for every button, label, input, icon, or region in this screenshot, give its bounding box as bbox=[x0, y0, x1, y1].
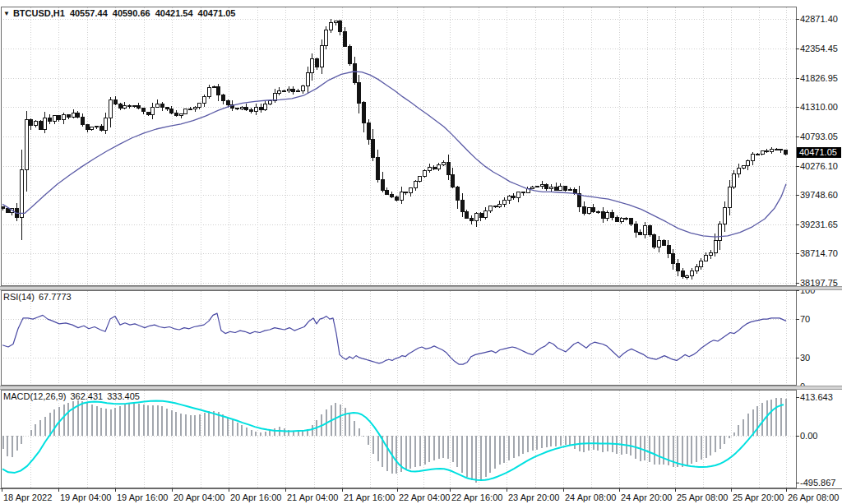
candle-bear bbox=[405, 192, 408, 192]
candle-bear bbox=[58, 116, 61, 120]
candle-bull bbox=[53, 116, 56, 122]
time-tick-label: 21 Apr 16:00 bbox=[344, 492, 395, 502]
candle-bear bbox=[601, 212, 604, 219]
candle-bull bbox=[25, 119, 28, 169]
time-tick-label: 26 Apr 08:00 bbox=[788, 492, 839, 502]
candle-bull bbox=[273, 94, 276, 100]
candle-bear bbox=[766, 150, 769, 151]
candle-bull bbox=[268, 100, 271, 104]
rsi-value: 67.7773 bbox=[39, 292, 72, 302]
candle-bear bbox=[250, 110, 253, 111]
candle-bear bbox=[611, 213, 614, 218]
candle-bear bbox=[259, 107, 262, 109]
candle-bear bbox=[634, 224, 637, 232]
candle-bear bbox=[662, 240, 665, 245]
time-axis[interactable]: 18 Apr 202219 Apr 04:0019 Apr 16:0020 Ap… bbox=[2, 488, 840, 502]
candle-bear bbox=[578, 194, 581, 207]
candle-bear bbox=[648, 225, 651, 234]
macd-tick-label: -495.867 bbox=[800, 478, 835, 488]
candle-bear bbox=[358, 83, 361, 104]
candle-bull bbox=[658, 240, 661, 247]
pane-splitter-rsi[interactable] bbox=[0, 286, 842, 290]
candle-bear bbox=[512, 197, 516, 198]
candle-bull bbox=[700, 261, 703, 267]
candle-bull bbox=[400, 192, 403, 200]
candle-bull bbox=[770, 150, 773, 152]
rsi-indicator-label: RSI(14)67.7773 bbox=[3, 292, 72, 302]
candle-bull bbox=[437, 164, 441, 169]
pane-splitter-macd[interactable] bbox=[0, 386, 842, 390]
price-tick-label: 38714.70 bbox=[800, 248, 838, 258]
candle-bear bbox=[667, 245, 670, 254]
candle-bear bbox=[127, 105, 131, 107]
candle-bear bbox=[372, 139, 375, 157]
candle-bear bbox=[137, 105, 141, 108]
price-tick-label: 42871.40 bbox=[800, 14, 838, 24]
candle-bear bbox=[367, 123, 370, 139]
candle-bull bbox=[306, 72, 309, 86]
candle-bear bbox=[49, 118, 52, 121]
candle-bear bbox=[672, 254, 675, 264]
candle-bull bbox=[503, 201, 507, 205]
candle-bull bbox=[325, 30, 328, 45]
candle-bear bbox=[615, 218, 618, 222]
candle-bull bbox=[419, 177, 422, 182]
candle-bull bbox=[625, 218, 628, 219]
rsi-name: RSI(14) bbox=[3, 292, 35, 302]
price-tick-label: 40793.05 bbox=[800, 132, 838, 141]
candle-bull bbox=[320, 45, 323, 67]
chart-canvas[interactable]: 42871.4042354.4541826.9541310.0040793.05… bbox=[0, 0, 842, 504]
price-axis[interactable]: 42871.4042354.4541826.9541310.0040793.05… bbox=[796, 14, 838, 488]
time-tick-label: 25 Apr 20:00 bbox=[733, 492, 784, 502]
candle-bull bbox=[738, 168, 741, 173]
rsi-line bbox=[2, 313, 786, 364]
candle-bear bbox=[245, 107, 248, 110]
candle-bear bbox=[465, 212, 469, 219]
time-tick-label: 23 Apr 20:00 bbox=[508, 492, 559, 502]
candle-bull bbox=[747, 160, 750, 166]
time-tick-label: 22 Apr 16:00 bbox=[451, 492, 502, 502]
current-price-tag: 40471.05 bbox=[797, 147, 841, 158]
time-tick-label: 22 Apr 04:00 bbox=[399, 492, 450, 502]
time-tick-label: 18 Apr 2022 bbox=[3, 492, 52, 502]
candle-bull bbox=[198, 103, 201, 107]
candle-bull bbox=[132, 105, 136, 106]
candle-bull bbox=[90, 127, 94, 130]
ohlc-close: 40471.05 bbox=[198, 8, 236, 18]
time-tick-label: 20 Apr 04:00 bbox=[173, 492, 224, 502]
time-tick-label: 21 Apr 04:00 bbox=[287, 492, 338, 502]
candle-bull bbox=[62, 115, 66, 120]
ohlc-low: 40421.54 bbox=[155, 8, 193, 18]
candle-bull bbox=[184, 109, 187, 113]
candle-bear bbox=[381, 179, 384, 190]
candle-bull bbox=[761, 150, 764, 154]
price-tick-label: 40276.10 bbox=[800, 161, 838, 171]
symbol-dropdown-icon[interactable]: ▼ bbox=[3, 10, 10, 17]
candle-bull bbox=[531, 187, 534, 189]
candle-bear bbox=[676, 264, 679, 271]
candle-bear bbox=[118, 104, 122, 108]
candle-bull bbox=[301, 86, 304, 91]
moving-average-line bbox=[2, 72, 786, 237]
candle-bear bbox=[564, 187, 567, 190]
candle-bear bbox=[446, 162, 450, 174]
candle-bull bbox=[498, 204, 502, 207]
macd-tick-label: 0.00 bbox=[800, 431, 817, 441]
price-tick-label: 39748.60 bbox=[800, 190, 838, 200]
candle-bull bbox=[733, 173, 736, 187]
macd-histogram bbox=[3, 398, 786, 483]
candle-bear bbox=[2, 206, 5, 209]
candle-bull bbox=[311, 59, 314, 73]
rsi-tick-label: 30 bbox=[800, 353, 810, 363]
time-tick-label: 25 Apr 08:00 bbox=[677, 492, 728, 502]
candle-bull bbox=[423, 170, 427, 177]
candle-bull bbox=[193, 107, 197, 109]
candle-bull bbox=[156, 104, 160, 107]
candle-bull bbox=[474, 214, 478, 221]
candle-bull bbox=[254, 107, 257, 111]
candle-bull bbox=[568, 189, 571, 190]
candle-bear bbox=[681, 271, 684, 277]
candle-bear bbox=[582, 207, 585, 213]
candle-bull bbox=[756, 154, 759, 155]
candle-bear bbox=[236, 109, 239, 109]
